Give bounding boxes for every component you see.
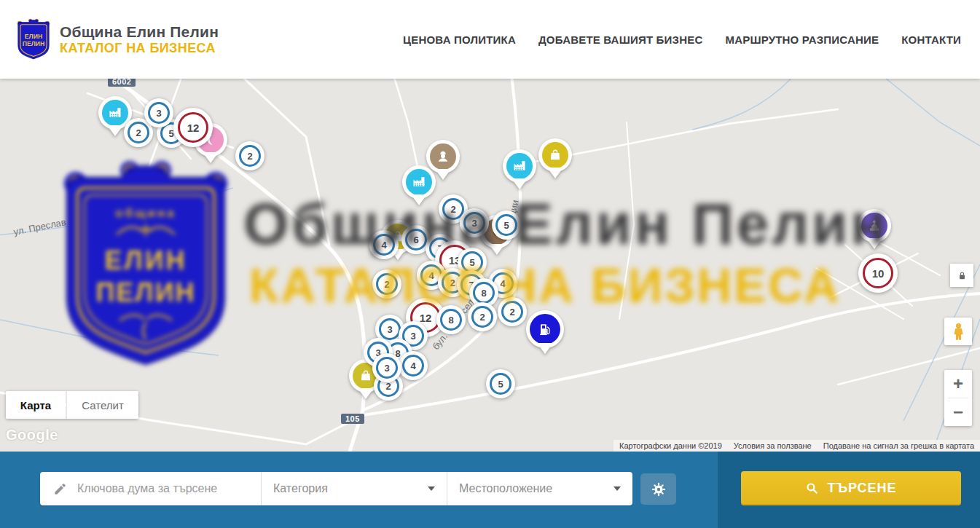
cluster-count: 2 (239, 145, 261, 167)
location-select[interactable]: Местоположение (447, 472, 632, 505)
search-icon (805, 481, 819, 495)
zoom-control: + − (944, 370, 972, 426)
worker-icon (430, 143, 456, 170)
lock-button[interactable] (950, 264, 973, 287)
cluster-count: 3 (148, 102, 170, 124)
search-bar: Категория Местоположение (0, 452, 980, 528)
street-view-pegman-button[interactable] (944, 318, 972, 345)
cluster-marker[interactable]: 4 (399, 351, 428, 380)
nav-item-contacts[interactable]: КОНТАКТИ (901, 34, 961, 46)
cluster-count: 3 (379, 318, 401, 340)
map-attribution: Картографски данни ©2019 Условия за полз… (614, 440, 980, 452)
cluster-count: 3 (376, 357, 398, 379)
fuel-icon (530, 314, 560, 344)
cluster-marker[interactable]: 3 (372, 353, 401, 382)
cluster-count: 2 (471, 306, 493, 328)
map-type-satellite-button[interactable]: Сателит (66, 391, 138, 419)
municipality-crest-icon: ЕЛИН ПЕЛИН (16, 17, 51, 62)
pencil-icon (53, 482, 67, 496)
cluster-marker[interactable]: 3 (144, 98, 173, 127)
cluster-marker[interactable]: 4 (369, 230, 399, 259)
zoom-out-button[interactable]: − (944, 398, 972, 426)
church-icon (861, 213, 887, 239)
cluster-count: 8 (473, 282, 495, 304)
site-subtitle: КАТАЛОГ НА БИЗНЕСА (60, 41, 219, 56)
search-button-label: ТЪРСЕНЕ (827, 481, 896, 496)
brand-text: Община Елин Пелин КАТАЛОГ НА БИЗНЕСА (60, 23, 219, 56)
zoom-in-button[interactable]: + (944, 370, 972, 398)
page: ЕЛИН ПЕЛИН Община Елин Пелин КАТАЛОГ НА … (0, 0, 980, 528)
attribution-copyright: Картографски данни ©2019 (619, 441, 722, 450)
cluster-count: 4 (402, 355, 424, 377)
nav-item-route-schedule[interactable]: МАРШРУТНО РАЗПИСАНИЕ (725, 34, 879, 46)
header: ЕЛИН ПЕЛИН Община Елин Пелин КАТАЛОГ НА … (0, 0, 980, 79)
map-canvas[interactable]: 6002 105 ул. Преслав бул. „Новосел ции 2… (0, 79, 980, 452)
nav-item-pricing[interactable]: ЦЕНОВА ПОЛИТИКА (403, 34, 516, 46)
keyword-cell (40, 472, 261, 505)
category-pin-factory[interactable] (402, 165, 436, 199)
search-submit-button[interactable]: ТЪРСЕНЕ (741, 471, 961, 505)
search-input-group: Категория Местоположение (40, 472, 632, 505)
cluster-marker[interactable]: 8 (436, 305, 466, 334)
category-select[interactable]: Категория (261, 472, 447, 505)
map-type-control: Карта Сателит (6, 391, 138, 419)
category-pin-worker[interactable] (426, 140, 460, 173)
category-pin-church[interactable] (858, 209, 891, 243)
google-logo[interactable]: Google (6, 427, 58, 444)
cluster-count: 10 (863, 258, 893, 288)
gear-icon (651, 481, 667, 497)
cluster-count: 6 (405, 229, 427, 251)
site-title: Община Елин Пелин (60, 23, 219, 41)
lock-icon (957, 270, 968, 281)
category-pin-bag[interactable] (538, 138, 572, 172)
chevron-down-icon (614, 486, 621, 491)
cluster-count: 3 (463, 212, 485, 234)
cluster-count: 12 (178, 112, 208, 143)
chevron-down-icon (428, 486, 435, 491)
road-badge: 6002 (108, 79, 136, 87)
cluster-marker[interactable]: 2 (372, 269, 401, 299)
cluster-marker[interactable]: 2 (235, 141, 264, 170)
cluster-count: 4 (373, 234, 395, 256)
terms-link[interactable]: Условия за ползване (734, 441, 812, 450)
cluster-marker[interactable]: 5 (492, 210, 521, 240)
map-type-map-button[interactable]: Карта (6, 391, 66, 419)
advanced-search-button[interactable] (640, 473, 676, 505)
factory-icon (102, 100, 128, 126)
report-error-link[interactable]: Подаване на сигнал за грешка в картата (823, 441, 974, 450)
category-pin-factory[interactable] (503, 149, 536, 183)
pegman-icon (949, 322, 968, 342)
location-select-label: Местоположение (459, 482, 552, 495)
road-badge: 105 (341, 414, 364, 424)
factory-icon (506, 153, 533, 179)
svg-text:ЕЛИН: ЕЛИН (25, 33, 42, 40)
bag-icon (542, 142, 568, 168)
cluster-count: 8 (440, 309, 462, 331)
nav-item-add-business[interactable]: ДОБАВЕТЕ ВАШИЯТ БИЗНЕС (538, 34, 702, 46)
cluster-count: 2 (376, 273, 398, 295)
cluster-count: 2 (501, 301, 523, 323)
cluster-marker[interactable]: 12 (173, 108, 213, 147)
cluster-marker[interactable]: 5 (486, 369, 515, 398)
cluster-count: 5 (495, 214, 517, 236)
cluster-marker[interactable]: 3 (460, 208, 489, 237)
cluster-count: 2 (128, 122, 149, 143)
brand-logo[interactable]: ЕЛИН ПЕЛИН Община Елин Пелин КАТАЛОГ НА … (16, 17, 219, 62)
main-nav: ЦЕНОВА ПОЛИТИКА ДОБАВЕТЕ ВАШИЯТ БИЗНЕС М… (403, 34, 980, 46)
svg-text:ПЕЛИН: ПЕЛИН (23, 40, 44, 47)
factory-icon (406, 169, 432, 195)
cluster-marker[interactable]: 10 (858, 253, 898, 293)
cluster-count: 5 (490, 373, 511, 395)
category-select-label: Категория (273, 482, 328, 495)
keyword-search-input[interactable] (76, 481, 251, 496)
cluster-marker[interactable]: 2 (498, 297, 527, 326)
category-pin-fuel[interactable] (526, 310, 564, 348)
cluster-marker[interactable]: 2 (468, 302, 497, 331)
